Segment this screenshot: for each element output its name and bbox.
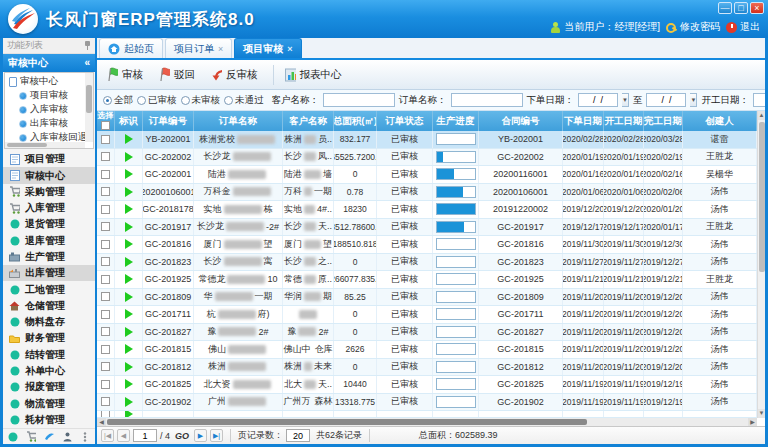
table-row[interactable]: GC-201925常德龙10常德原..266077.835..已审核GC-201… <box>97 271 757 289</box>
tab-item[interactable]: 项目订单× <box>165 38 232 58</box>
last-page-button[interactable]: ▶| <box>210 429 223 442</box>
horizontal-scrollbar[interactable]: ◀ ▶ <box>97 418 757 426</box>
table-row[interactable]: GC-2018178实地栋实地4#..18230已审核2019122000220… <box>97 201 757 219</box>
select-all-checkbox[interactable] <box>101 121 110 130</box>
next-page-button[interactable]: ▶ <box>194 429 207 442</box>
table-row[interactable]: GC-201816厦门望厦门望188510.818已审核GC-201816201… <box>97 236 757 254</box>
sidebar-menu-item[interactable]: 耗材管理 <box>3 412 95 428</box>
row-checkbox[interactable] <box>101 187 110 196</box>
row-checkbox[interactable] <box>101 310 110 319</box>
minimize-button[interactable]: — <box>718 2 732 14</box>
tree-item[interactable]: 项目审核 <box>5 89 85 103</box>
maximize-button[interactable]: □ <box>734 2 748 14</box>
column-header[interactable]: 完工日期 <box>644 111 683 131</box>
sidebar-menu-item[interactable]: 采购管理 <box>3 184 95 200</box>
collapse-icon[interactable]: « <box>84 57 90 68</box>
row-checkbox[interactable] <box>101 257 110 266</box>
toolbar-button[interactable]: 反审核 <box>207 65 266 85</box>
column-header[interactable]: 总面积(㎡) <box>334 111 377 131</box>
order-date-from-input[interactable] <box>578 93 618 107</box>
sidebar-menu-item[interactable]: 报废管理 <box>3 379 95 395</box>
tab-active[interactable]: 项目审核× <box>234 38 301 58</box>
status-radio[interactable]: 未通过 <box>224 94 264 107</box>
sidebar-menu-item[interactable]: 财务管理 <box>3 330 95 346</box>
go-button[interactable]: GO <box>175 431 189 441</box>
table-row[interactable]: GC-201815佛山佛山中仓库2626已审核GC-2018152019/11/… <box>97 341 757 359</box>
sidebar-menu-item[interactable]: 工地管理 <box>3 281 95 297</box>
table-row[interactable]: GC-202001陆港陆港墙0已审核202001160012020/01/162… <box>97 166 757 184</box>
table-row[interactable]: GC-201823长沙寓长沙之..0已审核GC-2018232019/11/27… <box>97 254 757 272</box>
order-date-to-input[interactable] <box>646 93 686 107</box>
scroll-right-icon[interactable]: ▶ <box>748 418 757 426</box>
swoosh-icon[interactable] <box>44 432 54 442</box>
table-row[interactable]: GC-202002长沙龙长沙凤..65525.7200..已审核GC-20200… <box>97 149 757 167</box>
row-checkbox[interactable] <box>101 205 110 214</box>
table-row[interactable]: GC-201827豫2#豫2#0已审核GC-2018272019/11/2020… <box>97 324 757 342</box>
sidebar-section-header[interactable]: 审核中心 « <box>3 54 95 72</box>
column-header[interactable]: 生产进度 <box>433 111 479 131</box>
column-header[interactable]: 选择 <box>97 111 115 131</box>
order-date-from-dropdown-icon[interactable]: ▼ <box>622 93 629 107</box>
order-name-input[interactable] <box>451 93 523 107</box>
column-header[interactable]: 订单状态 <box>377 111 433 131</box>
change-password-link[interactable]: 修改密码 <box>666 20 720 34</box>
table-row[interactable] <box>97 411 757 418</box>
row-checkbox[interactable] <box>101 240 110 249</box>
sidebar-menu-item[interactable]: 物流管理 <box>3 396 95 412</box>
column-header[interactable]: 创建人 <box>683 111 757 131</box>
scroll-up-icon[interactable]: ▲ <box>758 111 765 120</box>
table-row[interactable]: GC-201902广州广州万森林13318.775已审核GC-201902201… <box>97 394 757 412</box>
status-radio[interactable]: 全部 <box>103 94 133 107</box>
toolbar-button[interactable]: 驳回 <box>155 65 203 85</box>
row-checkbox[interactable] <box>101 345 110 354</box>
first-page-button[interactable]: |◀ <box>101 429 114 442</box>
sidebar-menu-item[interactable]: 生产管理 <box>3 249 95 265</box>
sidebar-menu-item[interactable]: 入库管理 <box>3 200 95 216</box>
row-checkbox[interactable] <box>101 292 110 301</box>
more-icon[interactable] <box>80 432 90 442</box>
tree-item[interactable]: 出库审核 <box>5 117 85 131</box>
dot-icon[interactable] <box>8 432 18 442</box>
tree-root-item[interactable]: 审核中心 <box>5 75 85 89</box>
sidebar-menu-item[interactable]: 项目管理 <box>3 151 95 167</box>
table-row[interactable]: GC-201812株洲株洲未来0已审核GC-2018122019/11/2020… <box>97 359 757 377</box>
row-checkbox[interactable] <box>101 327 110 336</box>
table-row[interactable]: GC-201917长沙龙-2#长沙天..8512.78600..已审核GC-20… <box>97 219 757 237</box>
row-checkbox[interactable] <box>101 411 110 417</box>
page-size-input[interactable] <box>286 429 310 442</box>
sidebar-menu-item[interactable]: 补单中心 <box>3 363 95 379</box>
column-header[interactable]: 下单日期 <box>563 111 604 131</box>
sidebar-menu-item[interactable]: 退库管理 <box>3 233 95 249</box>
row-checkbox[interactable] <box>101 397 110 406</box>
column-header[interactable]: 开工日期 <box>604 111 644 131</box>
sidebar-menu-item[interactable]: 结转管理 <box>3 347 95 363</box>
row-checkbox[interactable] <box>101 275 110 284</box>
column-header[interactable]: 订单编号 <box>143 111 194 131</box>
tree-item[interactable]: 入库审核 <box>5 103 85 117</box>
tab-close-icon[interactable]: × <box>287 44 292 54</box>
logout-link[interactable]: 退出 <box>726 20 760 34</box>
sidebar-menu-item[interactable]: 退货管理 <box>3 216 95 232</box>
table-row[interactable]: 20200106001万科金万科一期0.78已审核202001060012020… <box>97 184 757 202</box>
tab-item[interactable]: 起始页 <box>99 38 163 58</box>
current-page-input[interactable] <box>133 429 157 442</box>
tree-vertical-scrollbar[interactable] <box>85 73 93 142</box>
row-checkbox[interactable] <box>101 380 110 389</box>
tab-close-icon[interactable]: × <box>218 44 223 54</box>
start-date-input[interactable] <box>753 93 765 107</box>
sidebar-menu-item[interactable]: 仓储管理 <box>3 298 95 314</box>
toolbar-button[interactable]: 报表中心 <box>281 65 350 85</box>
table-row[interactable]: GC-201825北大资北大天..10440已审核GC-2018252019/1… <box>97 376 757 394</box>
row-checkbox[interactable] <box>101 222 110 231</box>
toolbar-button[interactable]: 审核 <box>103 65 151 85</box>
close-button[interactable]: × <box>750 2 764 14</box>
sidebar-menu-item[interactable]: 出库管理 <box>3 265 95 281</box>
prev-page-button[interactable]: ◀ <box>117 429 130 442</box>
scroll-down-icon[interactable]: ▼ <box>758 409 765 418</box>
customer-name-input[interactable] <box>323 93 395 107</box>
pin-icon[interactable] <box>84 41 91 50</box>
scroll-left-icon[interactable]: ◀ <box>97 418 106 426</box>
sidebar-menu-item[interactable]: 物料盘存 <box>3 314 95 330</box>
horizontal-scroll-thumb[interactable] <box>107 419 587 425</box>
column-header[interactable]: 标识 <box>115 111 143 131</box>
